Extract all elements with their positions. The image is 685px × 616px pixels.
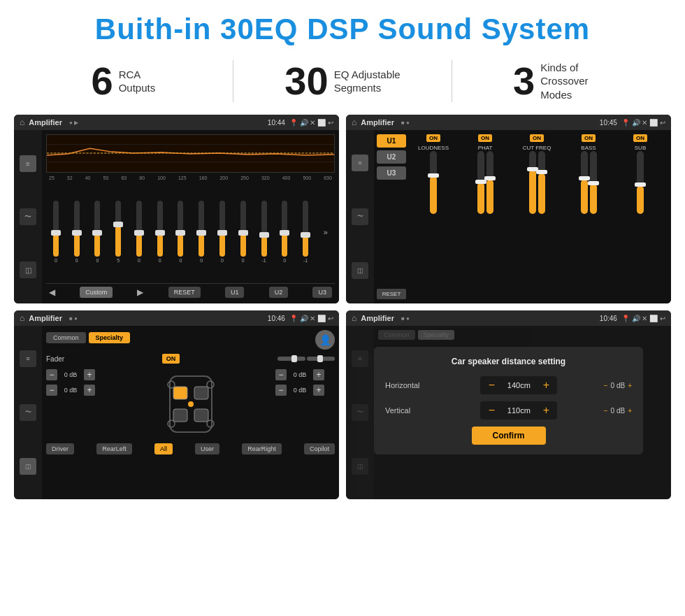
eq-controls: ◀ Custom ▶ RESET U1 U2 U3 [46, 283, 335, 299]
eq-prev[interactable]: ◀ [49, 287, 55, 297]
fader-grid-area: − 0 dB + − 0 dB + [46, 369, 335, 439]
svg-point-10 [168, 381, 175, 388]
eq-custom-btn[interactable]: Custom [80, 287, 113, 298]
stat-crossover-label: Kinds of Crossover Modes [540, 61, 610, 102]
fader-icon-2[interactable]: 〜 [20, 404, 36, 421]
eq-graph [46, 134, 335, 173]
fader-tabs: Common Specialty [46, 332, 130, 343]
channel-loudness: ON LOUDNESS [409, 134, 458, 299]
eq-slider-7: 0 [199, 201, 204, 263]
avatar-button[interactable]: 👤 [315, 330, 335, 350]
db-ctrl-4: − 0 dB + [275, 385, 335, 396]
eq-main: 25 32 40 50 63 80 100 125 160 200 250 32… [42, 130, 339, 303]
svg-point-11 [207, 381, 214, 388]
fader-h-sliders [277, 357, 335, 361]
eq-u1-btn[interactable]: U1 [225, 287, 245, 298]
eq-icon-2[interactable]: 〜 [20, 208, 36, 225]
distance-dialog: Car speaker distance setting Horizontal … [374, 347, 643, 454]
screen4-app-name: Amplifier [361, 314, 394, 322]
crossover-channels: ON LOUDNESS ON [409, 130, 671, 303]
db-plus-4[interactable]: + [313, 385, 324, 396]
db-plus-2[interactable]: + [84, 385, 95, 396]
vertical-plus[interactable]: + [540, 404, 551, 417]
eq-reset-btn[interactable]: RESET [168, 287, 201, 298]
stat-crossover: 3 Kinds of Crossover Modes [466, 61, 657, 102]
screen3-time: 10:46 [268, 315, 285, 322]
db-minus-1[interactable]: − [46, 369, 57, 380]
screen3-dots: ■ ● [69, 315, 78, 322]
distance-sidebar: ≡ 〜 ◫ [346, 326, 374, 499]
v-db-minus[interactable]: − [604, 407, 608, 415]
db-plus-1[interactable]: + [84, 369, 95, 380]
crossover-u-buttons: U1 U2 U3 RESET [374, 130, 409, 303]
eq-u3-btn[interactable]: U3 [312, 287, 332, 298]
crossover-reset-btn[interactable]: RESET [377, 289, 406, 299]
stat-rca-number: 6 [91, 62, 113, 101]
screen-distance-card: ⌂ Amplifier ■ ● 10:46 📍 🔊 ✕ ⬜ ↩ ≡ 〜 ◫ Co… [346, 310, 671, 499]
u1-button[interactable]: U1 [377, 134, 406, 148]
btn-rear-left[interactable]: RearLeft [96, 443, 132, 454]
btn-driver[interactable]: Driver [46, 443, 74, 454]
eq-next[interactable]: ▶ [137, 287, 143, 297]
screen3-body: ≡ 〜 ◫ Common Specialty 👤 Fader ON [14, 326, 339, 499]
btn-user[interactable]: User [195, 443, 219, 454]
u3-button[interactable]: U3 [377, 166, 406, 180]
h-db-minus[interactable]: − [604, 382, 608, 389]
fader-icon-3[interactable]: ◫ [20, 458, 36, 475]
screen2-app-name: Amplifier [361, 118, 394, 127]
svg-rect-5 [173, 387, 187, 399]
horizontal-plus[interactable]: + [540, 379, 551, 392]
vertical-value: 110cm [501, 406, 536, 415]
eq-icon-3[interactable]: ◫ [20, 262, 36, 278]
fader-on-btn[interactable]: ON [162, 354, 180, 364]
stat-eq: 30 EQ Adjustable Segments [247, 62, 438, 101]
screenshots-grid: ⌂ Amplifier ● ▶ 10:44 📍 🔊 ✕ ⬜ ↩ ≡ 〜 ◫ [0, 115, 685, 513]
db-value-4: 0 dB [289, 387, 310, 394]
expand-icon[interactable]: » [324, 228, 328, 236]
btn-rear-right[interactable]: RearRight [242, 443, 282, 454]
db-minus-4[interactable]: − [275, 385, 287, 396]
eq-slider-1: 0 [74, 201, 80, 263]
svg-rect-6 [194, 387, 208, 399]
btn-all[interactable]: All [154, 443, 173, 454]
stat-divider-2 [452, 60, 452, 102]
svg-rect-7 [173, 409, 187, 422]
eq-sidebar: ≡ 〜 ◫ [14, 130, 42, 303]
eq-icon-1[interactable]: ≡ [20, 155, 36, 172]
fader-car-visual [111, 369, 270, 439]
confirm-button[interactable]: Confirm [472, 427, 546, 445]
db-minus-3[interactable]: − [275, 369, 287, 380]
xo-icon-1[interactable]: ≡ [352, 155, 368, 171]
screen-fader-card: ⌂ Amplifier ■ ● 10:46 📍 🔊 ✕ ⬜ ↩ ≡ 〜 ◫ Co… [14, 310, 339, 499]
channel-bass: ON BASS [564, 134, 613, 299]
u2-button[interactable]: U2 [377, 150, 406, 164]
xo-icon-3[interactable]: ◫ [352, 262, 368, 279]
db-plus-3[interactable]: + [313, 369, 324, 380]
db-value-2: 0 dB [60, 387, 81, 394]
v-db-plus[interactable]: + [628, 407, 632, 415]
screen4-status-icons: 📍 🔊 ✕ ⬜ ↩ [621, 315, 665, 322]
horizontal-minus[interactable]: − [486, 379, 497, 392]
channel-sub: ON SUB [616, 134, 665, 299]
stat-divider-1 [233, 60, 233, 102]
dialog-horizontal-row: Horizontal − 140cm + − 0 dB + [385, 376, 632, 394]
horizontal-value: 140cm [501, 381, 536, 389]
crossover-main: U1 U2 U3 RESET ON LOUDNESS [374, 130, 671, 303]
crossover-sidebar: ≡ 〜 ◫ [346, 130, 374, 303]
eq-u2-btn[interactable]: U2 [269, 287, 289, 298]
screen2-dots: ■ ● [401, 120, 410, 126]
xo-icon-2[interactable]: 〜 [352, 208, 368, 225]
dialog-vertical-ctrl: − 110cm + [480, 401, 557, 420]
vertical-minus[interactable]: − [486, 404, 497, 417]
fader-controls-left: − 0 dB + − 0 dB + [46, 369, 106, 396]
home-icon: ⌂ [20, 117, 24, 127]
fader-icon-1[interactable]: ≡ [20, 350, 36, 367]
h-db-plus[interactable]: + [628, 382, 632, 389]
fader-tab-common[interactable]: Common [46, 332, 86, 343]
screen2-home-icon: ⌂ [352, 117, 356, 127]
fader-controls-right: − 0 dB + − 0 dB + [275, 369, 335, 396]
fader-tab-specialty[interactable]: Specialty [89, 332, 131, 343]
db-minus-2[interactable]: − [46, 385, 57, 396]
btn-copilot[interactable]: Copilot [304, 443, 335, 454]
eq-slider-6: 0 [178, 201, 183, 263]
